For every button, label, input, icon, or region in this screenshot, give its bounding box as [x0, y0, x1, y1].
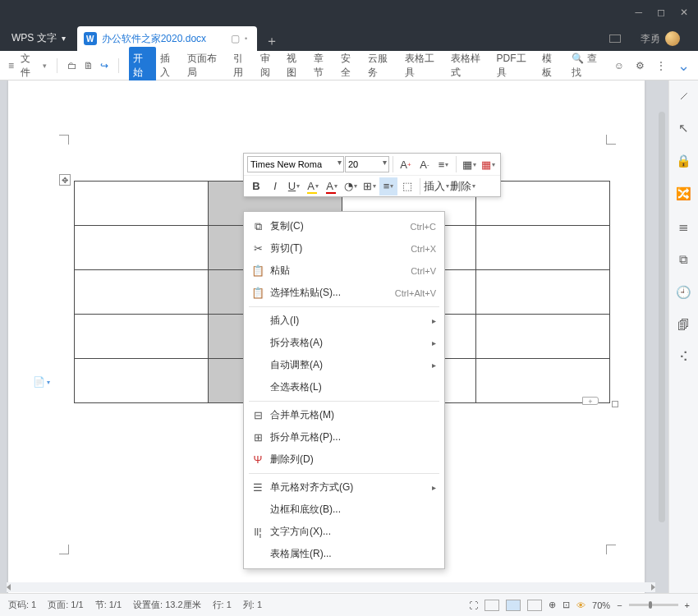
tab-home[interactable]: 开始	[129, 47, 156, 85]
menu-delete-col[interactable]: Ψ删除列(D)	[244, 448, 444, 471]
eye-icon[interactable]: 👁	[576, 600, 585, 610]
menu-insert[interactable]: 插入(I)▸	[244, 310, 444, 332]
paste-options-icon[interactable]: 📄▾	[33, 376, 50, 388]
table-select-button[interactable]: ▦	[479, 155, 497, 173]
lock-icon[interactable]: 🔒	[676, 154, 691, 168]
menu-table-props[interactable]: 表格属性(R)...	[244, 543, 444, 565]
borders-button[interactable]: ⊞	[360, 177, 379, 195]
view-mode-3[interactable]	[527, 600, 542, 611]
tab-sections[interactable]: 章节	[310, 47, 337, 85]
minimize-button[interactable]: ─	[635, 7, 642, 18]
menu-split-table[interactable]: 拆分表格(A)▸	[244, 332, 444, 354]
menu-border[interactable]: 边框和底纹(B)...	[244, 499, 444, 521]
bold-button[interactable]: B	[247, 177, 265, 195]
user-name: 李勇	[641, 32, 660, 46]
highlight-button[interactable]: A	[304, 177, 322, 195]
tab-insert[interactable]: 插入	[156, 47, 183, 85]
zoom-slider[interactable]	[629, 604, 678, 606]
menu-icon[interactable]: ≡	[8, 60, 14, 71]
zoom-in-button[interactable]: +	[685, 600, 690, 610]
increase-font-button[interactable]: A+	[397, 155, 415, 173]
menu-select-all[interactable]: 全选表格(L)	[244, 376, 444, 398]
menu-merge[interactable]: ⊟合并单元格(M)	[244, 404, 444, 426]
table-move-handle[interactable]: ✥	[59, 174, 71, 186]
more-icon[interactable]: ⋮	[656, 60, 666, 71]
underline-button[interactable]: U	[285, 177, 303, 195]
menu-direction[interactable]: ll¦文字方向(X)...	[244, 521, 444, 543]
open-folder-icon[interactable]: 🗀	[67, 60, 77, 71]
save-icon[interactable]: 🗎	[84, 60, 94, 71]
file-menu-button[interactable]: 文件 ▾	[21, 52, 47, 80]
status-page-of[interactable]: 页面: 1/1	[48, 599, 83, 611]
delete-dropdown[interactable]: 删除	[450, 177, 475, 195]
settings-icon[interactable]: ⚙	[636, 60, 645, 71]
search-button[interactable]: 🔍 查找	[572, 52, 602, 80]
status-section[interactable]: 节: 1/1	[95, 599, 122, 611]
toc-icon[interactable]: ⧉	[679, 252, 688, 267]
text-direction-icon: ll¦	[250, 526, 265, 538]
tab-references[interactable]: 引用	[229, 47, 256, 85]
highlight-icon[interactable]: ⟋	[677, 89, 690, 103]
tab-review[interactable]: 审阅	[256, 47, 283, 85]
menu-autofit[interactable]: 自动调整(A)▸	[244, 354, 444, 376]
menu-cut[interactable]: ✂剪切(T)Ctrl+X	[244, 237, 444, 260]
window-mode-icon[interactable]	[609, 34, 621, 43]
horizontal-scrollbar[interactable]	[7, 582, 655, 592]
close-button[interactable]: ✕	[680, 7, 688, 18]
tab-security[interactable]: 安全	[337, 47, 364, 85]
menu-paste[interactable]: 📋粘贴Ctrl+V	[244, 260, 444, 282]
history-icon[interactable]: 🕘	[676, 285, 691, 300]
zoom-level[interactable]: 70%	[592, 600, 610, 610]
line-spacing-button[interactable]: ≡	[434, 155, 452, 173]
feedback-icon[interactable]: ☺	[614, 60, 624, 71]
tab-table-style[interactable]: 表格样式	[447, 47, 493, 85]
collapse-ribbon-icon[interactable]: ⌄	[677, 57, 690, 75]
redo-icon[interactable]: ↪	[100, 60, 108, 71]
insert-dropdown[interactable]: 插入	[424, 177, 449, 195]
properties-icon[interactable]: 🗐	[677, 318, 690, 332]
menu-split-cell[interactable]: ⊞拆分单元格(P)...	[244, 426, 444, 448]
decrease-font-button[interactable]: A-	[416, 155, 434, 173]
tab-refresh-icon[interactable]: •	[245, 34, 247, 43]
row-add-handle[interactable]: +	[582, 397, 599, 405]
user-account[interactable]: 李勇	[641, 31, 688, 46]
tab-templates[interactable]: 模板	[538, 47, 565, 85]
tab-layout[interactable]: 页面布局	[183, 47, 229, 85]
table-resize-handle[interactable]	[612, 401, 618, 407]
autofit-button[interactable]: ⬚	[398, 177, 416, 195]
select-icon[interactable]: ↖	[678, 121, 689, 136]
italic-button[interactable]: I	[266, 177, 284, 195]
copy-icon: ⧉	[250, 220, 265, 233]
tab-cloud[interactable]: 云服务	[364, 47, 400, 85]
shading-button[interactable]: ◔	[342, 177, 360, 195]
font-size-select[interactable]	[345, 156, 389, 172]
fullscreen-view-icon[interactable]: ⛶	[469, 600, 478, 610]
status-col[interactable]: 列: 1	[243, 599, 262, 611]
tab-table-tools[interactable]: 表格工具	[401, 47, 447, 85]
tab-screen-icon[interactable]: ▢	[231, 33, 240, 44]
maximize-button[interactable]: ◻	[657, 7, 665, 18]
tab-pdf[interactable]: PDF工具	[493, 47, 539, 85]
share-icon[interactable]: ⠪	[679, 350, 688, 365]
align-button[interactable]: ≡	[379, 177, 397, 195]
menu-copy[interactable]: ⧉复制(C)Ctrl+C	[244, 215, 444, 237]
menu-align[interactable]: ☰单元格对齐方式(G)▸	[244, 476, 444, 499]
font-color-button[interactable]: A	[323, 177, 341, 195]
margin-corner	[59, 545, 69, 554]
tab-view[interactable]: 视图	[282, 47, 310, 85]
status-line[interactable]: 行: 1	[213, 599, 232, 611]
zoom-out-button[interactable]: −	[617, 600, 622, 610]
font-family-select[interactable]	[247, 156, 344, 172]
flow-icon[interactable]: 🔀	[676, 186, 691, 201]
menu-paste-special[interactable]: 📋选择性粘贴(S)...Ctrl+Alt+V	[244, 282, 444, 304]
list-icon[interactable]: ≣	[678, 219, 689, 234]
table-style-button[interactable]: ▦	[460, 155, 478, 173]
status-setting[interactable]: 设置值: 13.2厘米	[133, 599, 201, 611]
view-mode-2[interactable]	[506, 600, 521, 611]
view-mode-1[interactable]	[484, 600, 499, 611]
app-home-tab[interactable]: WPS 文字 ▾	[0, 25, 77, 51]
status-page-no[interactable]: 页码: 1	[8, 599, 36, 611]
web-view-icon[interactable]: ⊕	[549, 600, 556, 610]
vertical-scrollbar[interactable]	[657, 87, 667, 586]
outline-view-icon[interactable]: ⊡	[563, 600, 570, 610]
